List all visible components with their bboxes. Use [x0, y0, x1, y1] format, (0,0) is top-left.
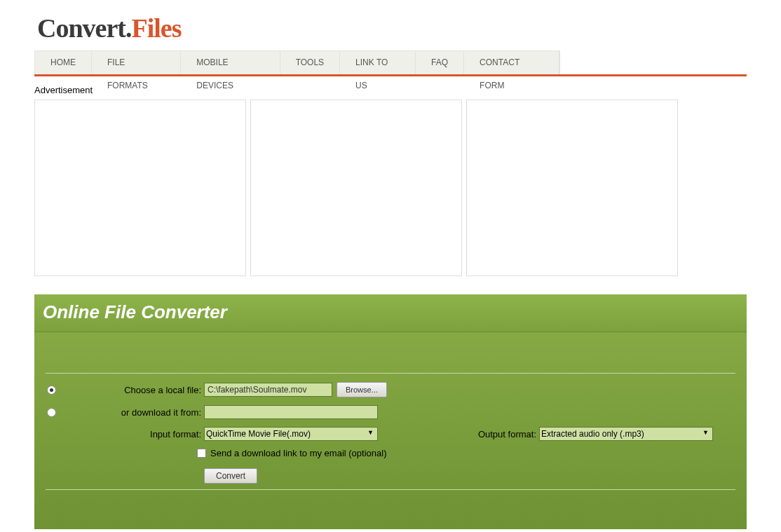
divider: [46, 489, 735, 490]
logo: Convert.Files: [34, 0, 747, 50]
converter-panel: Online File Converter Choose a local fil…: [34, 294, 747, 529]
nav-bar: HOME FILE FORMATS MOBILE DEVICES TOOLS L…: [34, 50, 747, 76]
output-format-select[interactable]: Extracted audio only (.mp3): [539, 427, 713, 441]
input-format-select[interactable]: QuickTime Movie File(.mov): [204, 427, 378, 441]
convert-button[interactable]: Convert: [204, 468, 257, 484]
input-format-label: Input format:: [150, 429, 201, 439]
converter-title: Online File Converter: [43, 301, 738, 323]
advertisement-row: [34, 100, 747, 276]
local-file-radio[interactable]: [47, 386, 56, 395]
ad-box: [466, 100, 678, 276]
nav-tools[interactable]: TOOLS: [280, 51, 340, 74]
nav-faq[interactable]: FAQ: [416, 51, 464, 74]
nav-link-to-us[interactable]: LINK TO US: [340, 51, 416, 74]
converter-title-bar: Online File Converter: [34, 294, 747, 332]
download-url-radio[interactable]: [47, 408, 56, 417]
nav-file-formats[interactable]: FILE FORMATS: [92, 51, 181, 74]
local-file-label: Choose a local file:: [124, 385, 201, 395]
nav-contact-form[interactable]: CONTACT FORM: [464, 51, 559, 74]
logo-part1: Convert.: [37, 13, 131, 43]
ad-box: [34, 100, 246, 276]
logo-part2: Files: [131, 13, 181, 43]
ad-box: [250, 100, 462, 276]
email-checkbox[interactable]: [197, 449, 206, 458]
browse-button[interactable]: Browse...: [337, 382, 387, 397]
nav-mobile-devices[interactable]: MOBILE DEVICES: [181, 51, 280, 74]
email-label: Send a download link to my email (option…: [210, 448, 386, 458]
divider: [46, 373, 735, 374]
nav-home[interactable]: HOME: [35, 51, 92, 74]
download-url-input[interactable]: [204, 405, 378, 419]
download-label: or download it from:: [121, 407, 201, 418]
local-file-input[interactable]: [204, 383, 332, 397]
output-format-label: Output format:: [478, 429, 536, 439]
